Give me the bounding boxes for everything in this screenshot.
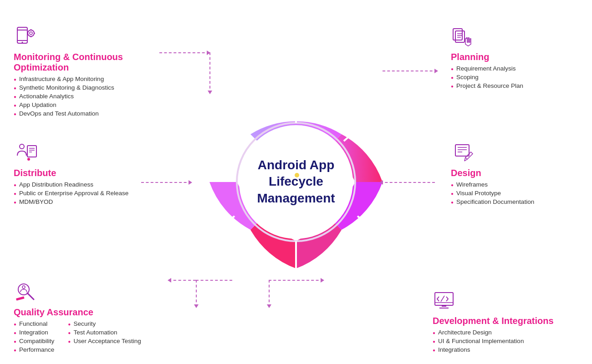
list-item: Compatibility <box>14 338 54 344</box>
svg-point-5 <box>30 32 32 35</box>
list-item: App Distribution Readiness <box>14 181 141 188</box>
devint-title: Development & Integrations <box>433 316 578 326</box>
qa-columns: FunctionalIntegrationCompatibilityPerfor… <box>14 318 196 355</box>
monitoring-icon <box>14 25 39 50</box>
list-item: Integrations <box>433 346 578 353</box>
svg-line-40 <box>357 216 378 232</box>
svg-point-15 <box>20 144 24 149</box>
list-item: Specification Documentation <box>451 198 578 205</box>
svg-rect-30 <box>16 296 25 300</box>
qa-section: Quality Assurance FunctionalIntegrationC… <box>14 280 196 355</box>
list-item: User Acceptance Testing <box>68 338 141 344</box>
svg-line-28 <box>27 293 34 299</box>
design-title: Design <box>451 168 578 178</box>
svg-point-4 <box>28 30 34 36</box>
list-item: Public or Enterprise Approval & Release <box>14 190 141 197</box>
distribute-items: App Distribution ReadinessPublic or Ente… <box>14 181 141 205</box>
center-text: Android App Lifecycle Management <box>257 157 335 207</box>
monitoring-title: Monitoring & Continuous Optimization <box>14 52 159 73</box>
qa-col2: SecurityTest AutomationUser Acceptance T… <box>68 320 141 355</box>
distribute-title: Distribute <box>14 168 141 178</box>
list-item: Functional <box>14 320 54 327</box>
svg-line-42 <box>214 216 235 232</box>
svg-point-29 <box>22 286 25 288</box>
list-item: Infrastructure & App Monitoring <box>14 76 159 82</box>
center-title: Android App Lifecycle Management <box>257 157 335 207</box>
monitoring-section: Monitoring & Continuous Optimization Inf… <box>14 25 159 119</box>
distribute-section: Distribute App Distribution ReadinessPub… <box>14 141 141 207</box>
list-item: Integration <box>14 329 54 336</box>
svg-line-39 <box>344 125 362 141</box>
distribute-connector-h <box>141 182 191 183</box>
distribute-icon <box>14 141 39 166</box>
planning-items: Requirement AnalysisScopingProject & Res… <box>451 65 578 89</box>
svg-rect-11 <box>455 31 464 42</box>
monitoring-connector-h <box>159 52 209 53</box>
devint-section: Development & Integrations Architecture … <box>433 289 578 355</box>
design-section: Design WireframesVisual PrototypeSpecifi… <box>451 141 578 207</box>
planning-title: Planning <box>451 52 578 62</box>
qa-title: Quality Assurance <box>14 307 196 318</box>
qa-connector-h2 <box>168 280 196 281</box>
list-item: DevOps and Test Automation <box>14 110 159 117</box>
dev-connector-h <box>269 280 323 281</box>
list-item: App Updation <box>14 101 159 108</box>
list-item: Security <box>68 320 141 327</box>
svg-rect-16 <box>27 146 36 157</box>
monitoring-connector-v <box>209 52 210 93</box>
list-item: Visual Prototype <box>451 190 578 197</box>
planning-connector-h <box>383 71 437 71</box>
qa-icon <box>14 280 39 305</box>
qa-col1: FunctionalIntegrationCompatibilityPerfor… <box>14 320 54 355</box>
list-item: Requirement Analysis <box>451 65 578 72</box>
list-item: UI & Functional Implementation <box>433 338 578 344</box>
qa-connector-v1 <box>196 280 197 307</box>
monitoring-items: Infrastructure & App MonitoringSynthetic… <box>14 76 159 117</box>
svg-point-20 <box>27 158 30 161</box>
list-item: Test Automation <box>68 329 141 336</box>
devint-items: Architecture DesignUI & Functional Imple… <box>433 329 578 353</box>
list-item: Wireframes <box>451 181 578 188</box>
list-item: Actionable Analytics <box>14 93 159 100</box>
list-item: MDM/BYOD <box>14 198 141 205</box>
devint-icon <box>433 289 458 314</box>
svg-point-3 <box>22 42 23 43</box>
list-item: Project & Resource Plan <box>451 82 578 89</box>
design-icon <box>451 141 476 166</box>
list-item: Synthetic Monitoring & Diagnostics <box>14 84 159 91</box>
svg-rect-10 <box>453 29 462 40</box>
dev-connector-v <box>269 280 270 307</box>
svg-line-43 <box>225 125 246 141</box>
planning-section: Planning Requirement AnalysisScopingProj… <box>451 25 578 91</box>
planning-icon <box>451 25 476 50</box>
svg-rect-21 <box>455 145 469 156</box>
svg-line-35 <box>441 296 444 302</box>
design-items: WireframesVisual PrototypeSpecification … <box>451 181 578 205</box>
design-connector-h <box>380 182 435 183</box>
list-item: Performance <box>14 346 54 353</box>
list-item: Scoping <box>451 74 578 81</box>
qa-connector-h1 <box>196 280 232 281</box>
list-item: Architecture Design <box>433 329 578 336</box>
